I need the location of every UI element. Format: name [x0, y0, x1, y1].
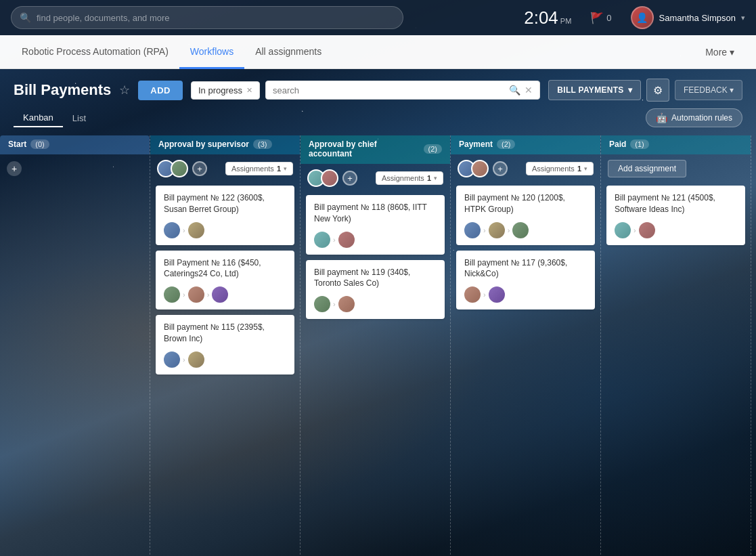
- card-avatar: [188, 222, 204, 238]
- clock-area: 2:04 PM: [524, 7, 571, 28]
- filter-search[interactable]: 🔍 ✕: [265, 81, 540, 100]
- remove-filter-icon[interactable]: ✕: [246, 86, 252, 95]
- right-controls: BILL PAYMENTS ▾ ⚙ FEEDBACK ▾: [548, 79, 742, 102]
- card[interactable]: Bill payment № 117 (9,360$, Nick&Co) ›: [456, 251, 595, 310]
- card-avatar: [164, 286, 180, 303]
- card-avatar: [212, 286, 228, 303]
- card-avatar: [338, 296, 355, 312]
- card-avatar: [512, 222, 529, 238]
- column-payment-header: Payment (2): [451, 135, 600, 154]
- card[interactable]: Bill payment № 115 (2395$, Brown Inc) ›: [156, 315, 294, 375]
- column-payment-toolbar: + Assignments 1 ▾: [451, 154, 600, 183]
- column-paid-cards: Bill payment № 121 (4500$, Software Idea…: [601, 183, 751, 248]
- arrow-icon: ›: [483, 291, 486, 299]
- card-footer: ›: [164, 351, 286, 368]
- header: 🔍 2:04 PM 🚩 0 👤 Samantha Simpson ▾: [0, 0, 756, 35]
- arrow-icon: ›: [183, 291, 185, 299]
- avatar: 👤: [631, 6, 654, 29]
- bill-payments-button[interactable]: BILL PAYMENTS ▾: [548, 80, 641, 100]
- page-title: Bill Payments: [14, 81, 111, 99]
- kanban-view-button[interactable]: Kanban: [14, 109, 63, 127]
- card[interactable]: Bill payment № 119 (340$, Toronto Sales …: [306, 260, 445, 320]
- flag-icon: 🚩: [590, 12, 604, 24]
- arrow-icon: ›: [508, 226, 510, 234]
- notification-count: 0: [606, 13, 611, 23]
- column-approval-accountant-count: (2): [424, 144, 442, 154]
- kanban-board: Start (0) + Approval by supervisor (3) +…: [0, 133, 756, 555]
- column-approval-supervisor-header: Approval by supervisor (3): [150, 135, 300, 154]
- column-start-toolbar: +: [0, 154, 150, 183]
- card-footer: › ›: [464, 222, 587, 238]
- card-avatar: [464, 222, 481, 238]
- card-title: Bill payment № 115 (2395$, Brown Inc): [164, 322, 286, 345]
- avatar-group: +: [307, 169, 357, 187]
- robot-icon: 🤖: [656, 112, 667, 123]
- card-footer: ›: [615, 222, 737, 238]
- add-assignment-button[interactable]: Add assignment: [608, 160, 686, 177]
- card[interactable]: Bill Payment № 116 ($450, Caterings24 Co…: [156, 251, 294, 310]
- column-payment-title: Payment: [459, 140, 493, 149]
- tab-workflows[interactable]: Workflows: [179, 36, 244, 69]
- card[interactable]: Bill payment № 118 (860$, IITT New York)…: [306, 195, 445, 255]
- add-avatar-button[interactable]: +: [192, 161, 207, 176]
- clock-time: 2:04: [524, 7, 558, 28]
- nav-tabs: Robotic Process Automation (RPA) Workflo…: [0, 35, 756, 69]
- avatar-initials: 👤: [636, 12, 648, 23]
- filter-search-input[interactable]: [273, 85, 505, 95]
- column-approval-accountant-toolbar: + Assignments 1 ▾: [301, 164, 450, 192]
- filter-bar: In progress ✕ 🔍 ✕: [191, 81, 540, 100]
- star-icon[interactable]: ☆: [119, 83, 130, 98]
- column-start: Start (0) +: [0, 135, 150, 555]
- card[interactable]: Bill payment № 120 (1200$, HTPK Group) ›…: [456, 186, 595, 245]
- search-bar[interactable]: 🔍: [11, 6, 403, 29]
- gear-button[interactable]: ⚙: [646, 79, 669, 102]
- list-view-button[interactable]: List: [63, 110, 95, 127]
- add-avatar-button[interactable]: +: [493, 161, 508, 176]
- search-icon: 🔍: [509, 85, 520, 95]
- card-avatar: [164, 351, 180, 368]
- card-avatar: [314, 232, 330, 248]
- arrow-icon: ›: [483, 226, 486, 234]
- card-title: Bill payment № 120 (1200$, HTPK Group): [464, 192, 587, 215]
- card-avatar: [489, 222, 505, 238]
- card-avatar: [164, 222, 180, 238]
- card-avatar: [639, 222, 655, 238]
- chevron-down-icon: ▾: [628, 85, 632, 95]
- card-footer: › ›: [164, 286, 286, 303]
- column-approval-accountant-cards: Bill payment № 118 (860$, IITT New York)…: [301, 192, 450, 322]
- column-approval-supervisor-count: (3): [253, 140, 271, 149]
- card-footer: ›: [164, 222, 286, 238]
- column-paid-header: Paid (1): [601, 135, 751, 154]
- assignments-badge[interactable]: Assignments 1 ▾: [376, 171, 443, 185]
- assignments-badge[interactable]: Assignments 1 ▾: [225, 162, 293, 175]
- arrow-icon: ›: [333, 300, 336, 308]
- column-approval-accountant-title: Approval by chief accountant: [309, 140, 420, 158]
- assignments-badge[interactable]: Assignments 1 ▾: [526, 162, 594, 175]
- column-approval-accountant-header: Approval by chief accountant (2): [301, 135, 450, 164]
- add-button[interactable]: ADD: [138, 81, 183, 100]
- user-menu[interactable]: 👤 Samantha Simpson ▾: [631, 6, 745, 29]
- start-add-button[interactable]: +: [7, 161, 22, 176]
- card[interactable]: Bill payment № 122 (3600$, Susan Berret …: [156, 186, 294, 245]
- column-payment-count: (2): [497, 140, 515, 149]
- column-start-header: Start (0): [0, 135, 150, 154]
- add-avatar-button[interactable]: +: [342, 171, 357, 186]
- nav-more[interactable]: More ▾: [694, 35, 745, 68]
- search-input[interactable]: [37, 13, 395, 23]
- card-title: Bill payment № 122 (3600$, Susan Berret …: [164, 192, 286, 215]
- notification-area[interactable]: 🚩 0: [590, 12, 611, 24]
- tab-rpa[interactable]: Robotic Process Automation (RPA): [11, 36, 179, 69]
- clear-search-icon[interactable]: ✕: [525, 85, 533, 95]
- arrow-icon: ›: [183, 356, 185, 364]
- avatar: [471, 160, 489, 177]
- column-start-cards: [0, 183, 150, 188]
- card[interactable]: Bill payment № 121 (4500$, Software Idea…: [606, 186, 745, 245]
- search-icons: 🔍 ✕: [509, 85, 533, 95]
- column-approval-accountant: Approval by chief accountant (2) + Assig…: [301, 135, 451, 555]
- tab-all-assignments[interactable]: All assignments: [244, 36, 332, 69]
- column-paid-toolbar: Add assignment: [601, 154, 751, 183]
- automation-rules-button[interactable]: 🤖 Automation rules: [646, 108, 742, 127]
- feedback-button[interactable]: FEEDBACK ▾: [675, 80, 742, 100]
- column-paid-title: Paid: [609, 140, 626, 149]
- card-avatar: [464, 286, 481, 303]
